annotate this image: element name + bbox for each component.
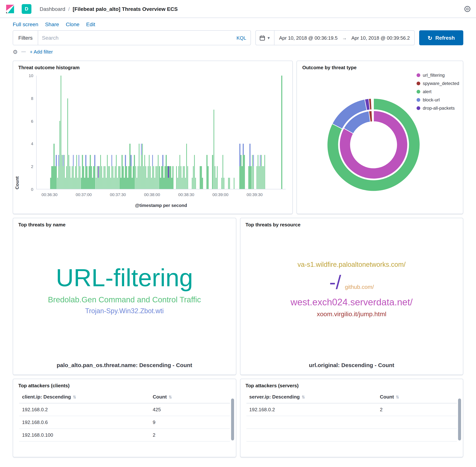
histogram-bar-segment[interactable] [202,178,203,189]
histogram-bar-segment[interactable] [87,166,88,189]
legend-item-url-filtering[interactable]: url_filtering [416,73,459,78]
histogram-bar-segment[interactable] [131,166,132,189]
histogram-bar-segment[interactable] [57,178,58,189]
histogram-bar-segment[interactable] [223,155,224,189]
histogram-bar-segment[interactable] [260,155,261,166]
column-header-server-ip[interactable]: server.ip: Descending⇅ [246,391,377,403]
histogram-bar-segment[interactable] [193,166,194,189]
histogram-bar-segment[interactable] [178,166,179,189]
histogram-bar-segment[interactable] [92,178,93,189]
histogram-bar-segment[interactable] [126,166,127,189]
column-header-count[interactable]: Count⇅ [377,391,457,403]
histogram-bar-segment[interactable] [58,155,59,166]
histogram-bar-segment[interactable] [117,178,118,189]
histogram-bar-segment[interactable] [158,155,159,189]
histogram-bar-segment[interactable] [159,166,160,189]
histogram-bar-segment[interactable] [54,144,55,189]
histogram-bar-segment[interactable] [112,155,112,166]
histogram-bar-segment[interactable] [140,166,141,189]
histogram-bar-segment[interactable] [150,166,151,189]
histogram-bar-segment[interactable] [215,178,216,189]
histogram-bar-segment[interactable] [153,166,154,189]
histogram-bar-segment[interactable] [59,121,60,189]
histogram-bar-segment[interactable] [136,178,137,189]
histogram-bar-segment[interactable] [78,155,79,166]
histogram-bar-segment[interactable] [94,166,95,189]
histogram-bar-segment[interactable] [78,166,79,189]
histogram-bar-segment[interactable] [130,144,130,189]
histogram-bar-segment[interactable] [239,144,240,166]
histogram-bar-segment[interactable] [113,166,113,189]
help-ring-icon[interactable] [464,5,471,12]
histogram-bar-segment[interactable] [249,166,250,189]
legend-item-block-url[interactable]: block-url [416,97,459,103]
histogram-bar-segment[interactable] [213,110,214,189]
histogram-bar-segment[interactable] [50,178,51,189]
menu-clone[interactable]: Clone [66,21,79,27]
histogram-bar-segment[interactable] [132,178,133,189]
histogram-bar-segment[interactable] [263,166,264,189]
histogram-bar-segment[interactable] [63,155,63,166]
histogram-bar-segment[interactable] [112,166,112,189]
tag-term[interactable]: github.com/ [345,284,374,290]
histogram-bar-segment[interactable] [100,155,101,189]
donut-chart[interactable] [323,94,424,195]
histogram-bar-segment[interactable] [224,178,225,189]
histogram-bar-segment[interactable] [262,166,263,189]
histogram-bar-segment[interactable] [167,166,168,189]
histogram-bar-segment[interactable] [56,155,57,166]
histogram-bar-segment[interactable] [243,155,244,189]
histogram-bar-segment[interactable] [90,155,91,189]
histogram-bar-segment[interactable] [133,166,134,189]
histogram-bar-segment[interactable] [183,166,184,189]
histogram-bar-segment[interactable] [107,155,108,189]
histogram-bar-segment[interactable] [281,76,282,189]
histogram-bar-segment[interactable] [157,166,158,189]
histogram-bar-segment[interactable] [97,166,98,189]
histogram-bar-segment[interactable] [184,166,185,189]
histogram-bar-segment[interactable] [98,178,99,189]
date-to[interactable]: Apr 10, 2018 @ 00:39:56.2 [347,35,414,41]
histogram-plot[interactable] [36,76,286,189]
histogram-bar-segment[interactable] [168,178,169,189]
histogram-bar-segment[interactable] [138,144,139,189]
histogram-bar-segment[interactable] [147,178,148,189]
histogram-bar-segment[interactable] [101,166,102,189]
histogram-bar-segment[interactable] [241,166,242,189]
histogram-bar-segment[interactable] [99,166,100,189]
histogram-bar-segment[interactable] [52,166,53,189]
histogram-bar-segment[interactable] [65,178,66,189]
histogram-bar-segment[interactable] [251,166,252,189]
histogram-bar-segment[interactable] [119,166,120,189]
histogram-bar-segment[interactable] [170,166,171,189]
histogram-bar-segment[interactable] [125,166,126,189]
histogram-bar-segment[interactable] [108,166,109,189]
histogram-bar-segment[interactable] [208,166,209,189]
tag-term[interactable]: Trojan-Spy.Win32.Zbot.wti [85,307,163,315]
histogram-bar-segment[interactable] [177,178,178,189]
histogram-bar-segment[interactable] [103,166,104,189]
menu-share[interactable]: Share [45,21,59,27]
histogram-bar-segment[interactable] [151,178,152,189]
histogram-bar-segment[interactable] [63,166,63,189]
histogram-bar-segment[interactable] [55,166,56,189]
histogram-bar-segment[interactable] [182,178,182,189]
histogram-bar-segment[interactable] [135,166,136,189]
histogram-bar-segment[interactable] [51,166,52,189]
histogram-bar-segment[interactable] [84,178,85,189]
legend-item-drop-all-packets[interactable]: drop-all-packets [416,105,459,111]
histogram-bar-segment[interactable] [60,76,61,189]
histogram-bar-segment[interactable] [73,155,74,166]
histogram-bar-segment[interactable] [67,98,68,189]
histogram-bar-segment[interactable] [229,178,230,189]
histogram-bar-segment[interactable] [185,178,186,189]
column-header-count[interactable]: Count⇅ [150,391,230,403]
histogram-bar-segment[interactable] [176,166,177,189]
histogram-bar-segment[interactable] [106,178,107,189]
histogram-bar-segment[interactable] [154,178,155,189]
histogram-bar-segment[interactable] [234,178,235,189]
histogram-bar-segment[interactable] [142,144,143,189]
histogram-bar-segment[interactable] [127,178,128,189]
histogram-bar-segment[interactable] [221,178,222,189]
date-from[interactable]: Apr 10, 2018 @ 00:36:19.5 [275,35,342,41]
